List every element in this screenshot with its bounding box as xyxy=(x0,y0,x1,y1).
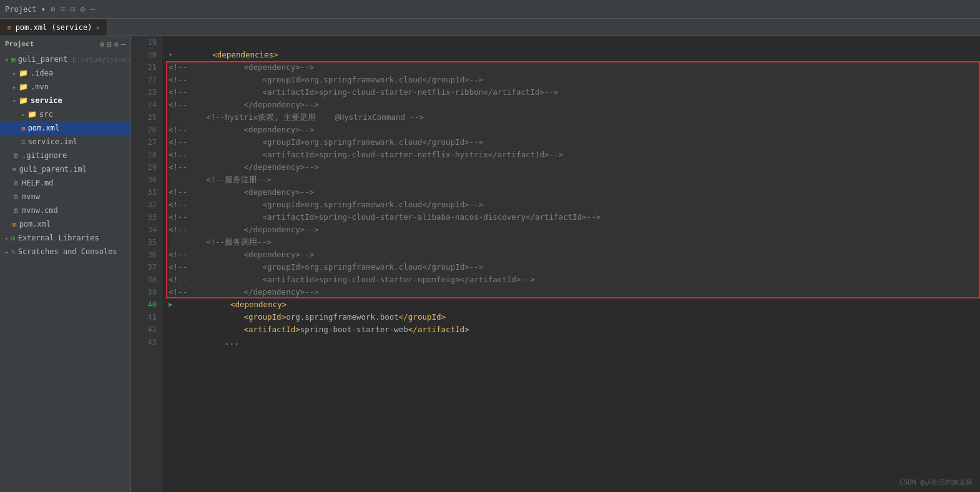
code-line-40: ▶ <dependency> xyxy=(169,298,980,311)
sidebar-item-idea[interactable]: ▸ 📁 .idea xyxy=(0,66,130,80)
expand-icon: ▾ xyxy=(5,56,9,63)
line-num-33: 33 xyxy=(136,211,157,224)
sidebar-item-service[interactable]: ▾ 📁 service xyxy=(0,94,130,107)
sidebar-item-pom-xml-service[interactable]: m pom.xml xyxy=(0,121,130,135)
line-num-43: 43 xyxy=(136,336,157,348)
sidebar-item-guli-parent-iml[interactable]: ≋ guli_parent.iml xyxy=(0,162,130,176)
line-num-29: 29 xyxy=(136,161,157,174)
sidebar: Project ⊕ ⊟ ⚙ — ▾ ▣ guli_parent D:\study… xyxy=(0,36,131,492)
tab-file-icon: m xyxy=(7,24,12,32)
item-label: mvnw xyxy=(22,192,40,201)
folder-icon: 📁 xyxy=(19,82,28,91)
fold-arrow[interactable]: ▾ xyxy=(169,49,172,61)
top-bar: Project ▾ ⊕ ≡ ⊟ ⚙ — xyxy=(0,0,980,19)
tab-bar: m pom.xml (service) × xyxy=(0,19,980,36)
folder-icon: 📁 xyxy=(19,69,28,77)
code-line-39: <!-- </dependency>--> xyxy=(169,286,980,298)
line-num-35: 35 xyxy=(136,236,157,248)
code-line-37: <!-- <groupId>org.springframework.cloud<… xyxy=(169,261,980,273)
code-line-28: <!-- <artifactId>spring-cloud-starter-ne… xyxy=(169,149,980,161)
code-line-24: <!-- </dependency>--> xyxy=(169,99,980,111)
icon-minimize[interactable]: — xyxy=(90,4,95,14)
expand-icon: ▾ xyxy=(12,97,16,104)
code-line-30: <!--服务注册--> xyxy=(169,174,980,186)
code-line-35: <!--服务调用--> xyxy=(169,236,980,248)
code-line-41: <groupId>org.springframework.boot</group… xyxy=(169,311,980,323)
folder-icon: 📁 xyxy=(27,110,37,119)
sidebar-item-mvnw[interactable]: 🗎 mvnw xyxy=(0,190,130,204)
line-num-31: 31 xyxy=(136,186,157,199)
editor-area[interactable]: 19 20 21 22 23 24 25 26 27 28 29 30 31 3… xyxy=(131,36,980,492)
watermark: CSDN @认生活的灰太狼 xyxy=(899,478,973,487)
expand-icon: ▸ xyxy=(21,111,25,118)
sidebar-item-mvnw-cmd[interactable]: 🗎 mvnw.cmd xyxy=(0,204,130,217)
line-num-40: 40 xyxy=(136,298,157,311)
file-icon: 🗎 xyxy=(12,179,19,187)
file-icon: 🗎 xyxy=(12,207,19,215)
file-icon: 🗎 xyxy=(12,193,19,201)
file-icon-iml: ≋ xyxy=(21,138,26,146)
item-label: pom.xml xyxy=(28,124,60,132)
settings-icon[interactable]: ⚙ xyxy=(114,40,119,49)
code-line-43: ... xyxy=(169,336,980,348)
sidebar-item-service-iml[interactable]: ≋ service.iml xyxy=(0,135,130,149)
expand-icon: ▸ xyxy=(12,84,16,91)
item-label: guli_parent xyxy=(18,55,67,64)
sync-icon[interactable]: ⊕ xyxy=(100,40,104,49)
code-line-20: ▾ <dependencies> xyxy=(169,49,980,61)
sidebar-item-scratches[interactable]: ▸ ✎ Scratches and Consoles xyxy=(0,245,130,258)
sidebar-item-pom-xml-root[interactable]: m pom.xml xyxy=(0,217,130,231)
main-layout: Project ⊕ ⊟ ⚙ — ▾ ▣ guli_parent D:\study… xyxy=(0,36,980,492)
project-menu[interactable]: Project ▾ xyxy=(5,5,46,14)
tab-pom-xml[interactable]: m pom.xml (service) × xyxy=(0,19,107,36)
code-area[interactable]: ▾ <dependencies> <!-- <dependency>--> <!… xyxy=(162,36,980,492)
line-num-41: 41 xyxy=(136,311,157,323)
sidebar-item-guli-parent[interactable]: ▾ ▣ guli_parent D:\study\java\code... xyxy=(0,52,130,66)
minimize-sidebar-icon[interactable]: — xyxy=(121,40,125,49)
code-line-38: <!-- <artifactId>spring-cloud-starter-op… xyxy=(169,273,980,286)
line-num-24: 24 xyxy=(136,99,157,111)
code-line-32: <!-- <groupId>org.springframework.cloud<… xyxy=(169,199,980,211)
code-line-25: <!--hystrix依赖, 主要是用 @HystrixCommand --> xyxy=(169,111,980,124)
item-label: .gitignore xyxy=(22,151,67,160)
expand-icon: ▸ xyxy=(12,70,16,77)
collapse-all-icon[interactable]: ⊟ xyxy=(107,40,111,49)
line-num-26: 26 xyxy=(136,124,157,136)
line-num-19: 19 xyxy=(136,36,157,49)
line-num-42: 42 xyxy=(136,323,157,336)
code-line-21: <!-- <dependency>--> xyxy=(169,61,980,74)
line-num-32: 32 xyxy=(136,199,157,211)
icon-gear[interactable]: ⚙ xyxy=(81,4,86,14)
icon-collapse[interactable]: ⊟ xyxy=(71,4,76,14)
file-icon-m: m xyxy=(21,124,26,132)
line-num-22: 22 xyxy=(136,74,157,86)
sidebar-item-mvn[interactable]: ▸ 📁 .mvn xyxy=(0,80,130,94)
sidebar-header-icons: ⊕ ⊟ ⚙ — xyxy=(100,40,125,49)
tab-close-button[interactable]: × xyxy=(96,24,99,31)
icon-sync[interactable]: ⊕ xyxy=(51,4,56,14)
sidebar-header: Project ⊕ ⊟ ⚙ — xyxy=(0,36,130,52)
code-line-33: <!-- <artifactId>spring-cloud-starter-al… xyxy=(169,211,980,224)
code-line-19 xyxy=(169,36,980,49)
sidebar-item-gitignore[interactable]: 🗎 .gitignore xyxy=(0,149,130,162)
line-num-23: 23 xyxy=(136,86,157,99)
line-num-20: 20 xyxy=(136,49,157,61)
sidebar-item-src[interactable]: ▸ 📁 src xyxy=(0,107,130,121)
line-num-34: 34 xyxy=(136,224,157,236)
item-label: service.iml xyxy=(28,137,77,146)
item-label: Scratches and Consoles xyxy=(18,247,117,256)
expand-icon: ▸ xyxy=(5,235,9,242)
sidebar-item-help-md[interactable]: 🗎 HELP.md xyxy=(0,176,130,190)
sidebar-item-external-libraries[interactable]: ▸ ⊞ External Libraries xyxy=(0,231,130,245)
line-num-21: 21 xyxy=(136,61,157,74)
item-label: HELP.md xyxy=(22,179,54,187)
path-label: D:\study\java\code... xyxy=(72,56,131,64)
code-line-22: <!-- <groupId>org.springframework.cloud<… xyxy=(169,74,980,86)
icon-list[interactable]: ≡ xyxy=(61,4,66,14)
line-num-39: 39 xyxy=(136,286,157,298)
file-icon-m: m xyxy=(12,220,17,229)
sidebar-title: Project xyxy=(5,40,34,48)
code-line-31: <!-- <dependency>--> xyxy=(169,186,980,199)
item-label: mvnw.cmd xyxy=(22,206,58,215)
code-line-23: <!-- <artifactId>spring-cloud-starter-ne… xyxy=(169,86,980,99)
